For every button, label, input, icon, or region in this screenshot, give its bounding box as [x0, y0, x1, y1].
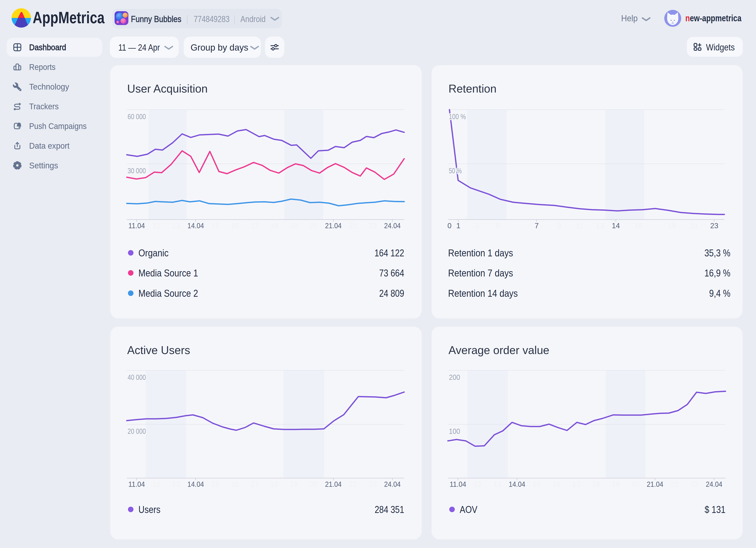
- svg-text:19: 19: [290, 222, 298, 230]
- svg-text:30 000: 30 000: [128, 167, 146, 175]
- svg-text:24.04: 24.04: [384, 480, 401, 488]
- svg-text:12: 12: [152, 480, 160, 488]
- svg-text:20: 20: [309, 222, 318, 230]
- svg-text:Settings: Settings: [29, 161, 58, 170]
- svg-text:21.04: 21.04: [325, 480, 342, 488]
- svg-text:12: 12: [152, 222, 160, 230]
- svg-text:17: 17: [572, 480, 580, 488]
- svg-text:Average order value: Average order value: [448, 344, 549, 356]
- svg-text:12: 12: [473, 480, 482, 488]
- svg-text:AOV: AOV: [460, 504, 478, 515]
- svg-text:774849283: 774849283: [194, 14, 230, 24]
- svg-text:Retention 14 days: Retention 14 days: [448, 288, 518, 299]
- svg-text:100: 100: [449, 427, 460, 435]
- svg-text:9,4 %: 9,4 %: [709, 288, 730, 299]
- svg-text:User Acquisition: User Acquisition: [127, 82, 208, 95]
- svg-text:21.04: 21.04: [647, 480, 663, 488]
- svg-text:Dashboard: Dashboard: [29, 43, 66, 52]
- svg-text:Active Users: Active Users: [127, 344, 190, 356]
- svg-text:Help: Help: [621, 13, 638, 23]
- svg-text:Technology: Technology: [29, 82, 69, 91]
- svg-text:22: 22: [349, 222, 357, 230]
- svg-text:164 122: 164 122: [374, 248, 404, 259]
- svg-text:14.04: 14.04: [509, 480, 525, 488]
- svg-text:22: 22: [671, 480, 679, 488]
- svg-text:50 %: 50 %: [449, 167, 462, 175]
- svg-text:n: n: [685, 13, 690, 23]
- svg-text:16: 16: [634, 222, 642, 230]
- svg-text:16: 16: [231, 222, 239, 230]
- svg-text:23: 23: [369, 480, 377, 488]
- svg-text:Reports: Reports: [29, 62, 56, 72]
- svg-text:13: 13: [172, 222, 180, 230]
- svg-text:20 000: 20 000: [128, 427, 146, 435]
- svg-text:5: 5: [496, 222, 500, 230]
- svg-text:Push Campaigns: Push Campaigns: [29, 121, 87, 131]
- svg-text:19: 19: [668, 222, 676, 230]
- svg-text:$ 131: $ 131: [705, 504, 725, 515]
- svg-text:14.04: 14.04: [187, 222, 204, 230]
- svg-text:AppMetrica: AppMetrica: [33, 8, 105, 27]
- svg-text:Widgets: Widgets: [706, 42, 735, 52]
- svg-text:284 351: 284 351: [375, 504, 404, 515]
- svg-text:23: 23: [690, 480, 698, 488]
- svg-text:0: 0: [447, 222, 452, 230]
- svg-text:16: 16: [552, 480, 560, 488]
- svg-text:15: 15: [211, 480, 219, 488]
- svg-text:Android: Android: [240, 14, 266, 24]
- svg-text:Retention 1 days: Retention 1 days: [448, 248, 513, 259]
- svg-text:17: 17: [251, 480, 259, 488]
- svg-text:20: 20: [631, 480, 639, 488]
- svg-text:16: 16: [231, 480, 239, 488]
- svg-text:21.04: 21.04: [325, 222, 342, 230]
- svg-text:17: 17: [251, 222, 259, 230]
- svg-text:11: 11: [576, 222, 583, 230]
- svg-text:11 — 24 Apr: 11 — 24 Apr: [118, 42, 160, 53]
- svg-text:11.04: 11.04: [450, 480, 466, 488]
- svg-text:19: 19: [290, 480, 298, 488]
- svg-text:24.04: 24.04: [706, 480, 722, 488]
- svg-text:Media Source 2: Media Source 2: [138, 288, 198, 299]
- svg-text:9: 9: [557, 222, 561, 230]
- svg-text:19: 19: [611, 480, 620, 488]
- svg-text:Retention 7 days: Retention 7 days: [448, 268, 513, 279]
- svg-text:21: 21: [690, 222, 698, 230]
- svg-text:1: 1: [456, 222, 460, 230]
- svg-text:100 %: 100 %: [449, 113, 466, 121]
- svg-text:73 664: 73 664: [379, 268, 404, 279]
- svg-text:13: 13: [172, 480, 180, 488]
- svg-text:Organic: Organic: [138, 248, 169, 259]
- svg-text:24.04: 24.04: [384, 222, 401, 230]
- svg-text:16,9 %: 16,9 %: [704, 268, 730, 279]
- svg-text:60 000: 60 000: [128, 113, 146, 121]
- svg-text:15: 15: [211, 222, 219, 230]
- svg-text:24 809: 24 809: [379, 288, 404, 299]
- svg-text:14: 14: [612, 222, 620, 230]
- svg-text:7: 7: [535, 222, 539, 230]
- svg-text:23: 23: [369, 222, 377, 230]
- svg-text:14.04: 14.04: [187, 480, 204, 488]
- svg-text:22: 22: [349, 480, 357, 488]
- svg-text:15: 15: [533, 480, 541, 488]
- svg-text:Retention: Retention: [448, 82, 497, 95]
- svg-text:11.04: 11.04: [128, 480, 145, 488]
- svg-text:Group by days: Group by days: [191, 42, 248, 53]
- svg-text:200: 200: [449, 373, 460, 381]
- svg-text:Media Source 1: Media Source 1: [138, 268, 198, 279]
- svg-text:Trackers: Trackers: [29, 102, 59, 111]
- svg-text:18: 18: [592, 480, 600, 488]
- svg-text:13: 13: [596, 222, 604, 230]
- svg-text:ew-appmetrica: ew-appmetrica: [690, 13, 741, 23]
- svg-text:35,3 %: 35,3 %: [704, 248, 730, 259]
- svg-text:40 000: 40 000: [128, 373, 146, 381]
- svg-text:11.04: 11.04: [128, 222, 145, 230]
- svg-text:Funny Bubbles: Funny Bubbles: [131, 14, 181, 24]
- svg-text:18: 18: [270, 222, 278, 230]
- svg-text:23: 23: [710, 222, 718, 230]
- svg-text:13: 13: [493, 480, 501, 488]
- svg-text:3: 3: [475, 222, 479, 230]
- svg-text:Users: Users: [138, 504, 160, 515]
- svg-text:20: 20: [309, 480, 318, 488]
- svg-text:Data export: Data export: [29, 141, 69, 150]
- svg-text:18: 18: [270, 480, 278, 488]
